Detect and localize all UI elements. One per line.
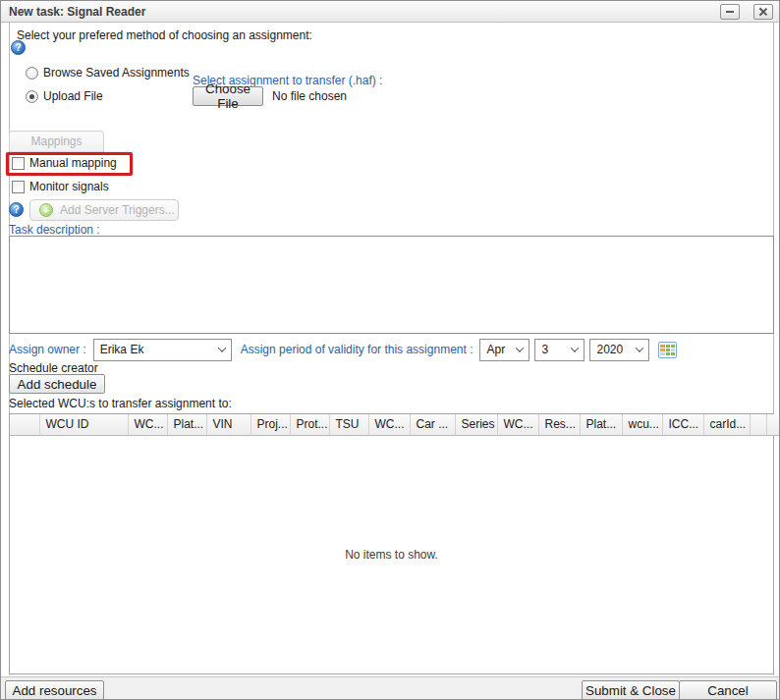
- column-header[interactable]: Prot...: [290, 414, 329, 435]
- chevron-down-icon: [516, 344, 524, 351]
- wcu-table: WCU IDWC...Plat...VINProj...Prot...TSUWC…: [9, 413, 774, 674]
- minimize-button[interactable]: [720, 4, 740, 20]
- column-header[interactable]: WCU ID: [39, 414, 128, 435]
- column-header[interactable]: TSU: [329, 414, 368, 435]
- choose-file-button[interactable]: Choose File: [193, 86, 263, 106]
- add-server-triggers-button[interactable]: + Add Server Triggers...: [29, 199, 179, 221]
- manual-mapping-checkbox[interactable]: [12, 157, 25, 170]
- owner-select[interactable]: Erika Ek: [93, 339, 232, 361]
- button-label: Add Server Triggers...: [60, 203, 175, 217]
- schedule-creator-label: Schedule creator: [9, 361, 98, 375]
- column-header[interactable]: WC...: [497, 414, 538, 435]
- assign-owner-label: Assign owner :: [9, 343, 86, 356]
- cancel-button[interactable]: Cancel: [679, 680, 777, 700]
- radio-icon: [26, 67, 38, 80]
- footer-bar: Add resources Submit & Close Cancel: [1, 676, 780, 700]
- column-header[interactable]: [10, 414, 39, 435]
- mappings-button[interactable]: Mappings: [9, 131, 104, 152]
- chevron-down-icon: [217, 344, 225, 351]
- assignment-row: Assign owner : Erika Ek Assign period of…: [9, 338, 677, 361]
- owner-selected-value: Erika Ek: [100, 343, 144, 356]
- column-header[interactable]: WC...: [368, 414, 410, 435]
- monitor-signals-checkbox[interactable]: [12, 181, 25, 193]
- column-header[interactable]: Res...: [538, 414, 580, 435]
- column-header[interactable]: Series: [455, 414, 497, 435]
- minimize-icon: [726, 11, 734, 13]
- task-description-input[interactable]: [9, 236, 774, 334]
- radio-browse-saved-assignments[interactable]: Browse Saved Assignments: [26, 66, 190, 80]
- validity-period-label: Assign period of validity for this assig…: [241, 343, 474, 356]
- add-resources-button[interactable]: Add resources: [5, 680, 104, 700]
- month-select[interactable]: Apr: [479, 339, 529, 361]
- close-icon: [758, 7, 768, 17]
- monitor-signals-row[interactable]: Monitor signals: [12, 180, 109, 193]
- checkbox-label: Monitor signals: [29, 180, 109, 193]
- column-header[interactable]: ICC...: [662, 414, 703, 435]
- column-header[interactable]: Plat...: [580, 414, 622, 435]
- wcu-table-caption: Selected WCU:s to transfer assignment to…: [9, 397, 232, 410]
- column-header[interactable]: [750, 414, 766, 435]
- column-header[interactable]: WC...: [128, 414, 167, 435]
- month-selected-value: Apr: [486, 343, 505, 356]
- task-description-label: Task description :: [9, 223, 100, 237]
- radio-label: Browse Saved Assignments: [43, 66, 190, 80]
- chevron-down-icon: [571, 344, 579, 351]
- calendar-icon[interactable]: [658, 342, 677, 358]
- window-title: New task: Signal Reader: [9, 5, 145, 19]
- radio-upload-file[interactable]: Upload File: [26, 89, 103, 103]
- column-header[interactable]: Car ...: [410, 414, 455, 435]
- new-task-dialog: New task: Signal Reader Select your pref…: [0, 0, 780, 700]
- close-button[interactable]: [753, 4, 773, 20]
- column-header[interactable]: Plat...: [167, 414, 206, 435]
- empty-message: No items to show.: [345, 548, 438, 562]
- submit-close-button[interactable]: Submit & Close: [582, 680, 680, 700]
- radio-label: Upload File: [43, 89, 103, 103]
- column-header[interactable]: wcu...: [622, 414, 662, 435]
- title-bar[interactable]: New task: Signal Reader: [1, 1, 779, 23]
- plus-icon: +: [39, 203, 53, 217]
- checkbox-label: Manual mapping: [29, 156, 117, 170]
- chevron-down-icon: [636, 344, 643, 351]
- column-header[interactable]: VIN: [206, 414, 251, 435]
- year-select[interactable]: 2020: [589, 339, 649, 361]
- day-select[interactable]: 3: [534, 339, 585, 361]
- radio-icon: [26, 90, 38, 103]
- day-selected-value: 3: [541, 343, 548, 356]
- help-icon[interactable]: ?: [11, 40, 26, 55]
- wcu-table-header-row: WCU IDWC...Plat...VINProj...Prot...TSUWC…: [10, 414, 780, 435]
- file-chosen-status: No file chosen: [272, 89, 347, 103]
- manual-mapping-row[interactable]: Manual mapping: [12, 156, 117, 170]
- wcu-table-empty-area: No items to show.: [10, 436, 773, 674]
- column-header[interactable]: Proj...: [251, 414, 290, 435]
- help-icon[interactable]: ?: [9, 202, 24, 217]
- year-selected-value: 2020: [596, 343, 623, 356]
- add-schedule-button[interactable]: Add schedule: [9, 374, 105, 394]
- column-header[interactable]: carId...: [703, 414, 750, 435]
- column-header[interactable]: [766, 414, 780, 435]
- method-intro-text: Select your prefered method of choosing …: [17, 28, 312, 42]
